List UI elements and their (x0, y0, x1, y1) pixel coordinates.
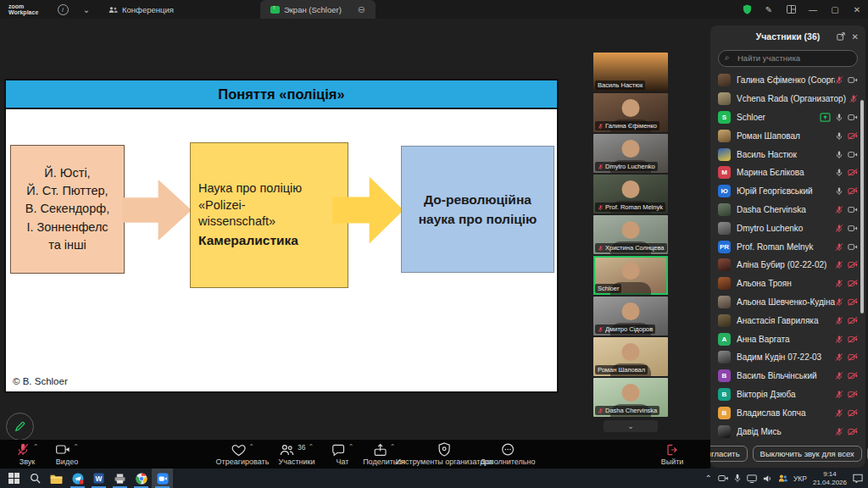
video-button[interactable]: ⌃Видео (55, 442, 79, 466)
participant-row[interactable]: ВВасиль Вільчінський (710, 367, 865, 385)
tray-language-indicator[interactable]: УКР (793, 474, 807, 483)
annotate-pencil-icon[interactable]: ✎ (758, 5, 780, 14)
participant-avatar (718, 425, 731, 438)
layout-view-icon[interactable] (780, 5, 802, 14)
video-tile[interactable]: Dasha Chervinska (593, 378, 668, 417)
participant-row[interactable]: PRProf. Roman Melnyk (710, 237, 865, 256)
participant-avatar (718, 74, 731, 86)
security-shield-icon[interactable] (736, 4, 758, 14)
tab-options-icon[interactable]: ⊖ (358, 4, 365, 15)
participant-name: Вадим Кудін 07-22-03 (737, 352, 835, 362)
close-button[interactable]: ✕ (846, 5, 868, 14)
video-tile[interactable]: Роман Шаповал (593, 337, 668, 376)
chat-button[interactable]: ⌃Чат (331, 442, 354, 466)
participant-face (622, 384, 640, 402)
taskbar-app-chrome[interactable] (131, 469, 152, 488)
svg-text:W: W (96, 474, 103, 483)
participant-row[interactable]: Вадим Кудін 07-22-03 (710, 348, 865, 367)
participant-row[interactable]: ВВладислав Копча (710, 403, 865, 422)
participant-avatar (718, 296, 731, 308)
participant-avatar: S (718, 111, 731, 124)
taskbar-app-search[interactable] (25, 469, 46, 488)
video-tile[interactable]: Дмитро Сідоров (593, 297, 668, 336)
annotation-tool-button[interactable] (6, 413, 34, 441)
tray-people-color-icon[interactable] (778, 474, 787, 483)
tray-speaker-icon[interactable] (763, 474, 772, 483)
mute-all-button[interactable]: Выключить звук для всех (753, 446, 862, 462)
taskbar-app-zoom[interactable] (152, 469, 173, 488)
chevron-up-icon[interactable]: ⌃ (390, 443, 396, 451)
popout-icon[interactable] (837, 32, 845, 42)
chevron-up-icon[interactable]: ⌃ (308, 443, 314, 451)
chat-icon (331, 443, 346, 457)
participant-row[interactable]: Альона Троян (710, 274, 865, 293)
camera-off-icon (848, 428, 858, 435)
tab-meeting[interactable]: Конференция (98, 0, 184, 19)
tray-camera-icon[interactable] (718, 474, 728, 482)
participant-row[interactable]: ВВікторія Дзюба (710, 385, 865, 404)
toolbar-item-label: Отреагировать (216, 458, 270, 466)
video-tile[interactable]: Schloer (593, 256, 668, 295)
taskbar-app-start[interactable] (3, 469, 25, 488)
participants-button[interactable]: 36⌃Участники (279, 442, 315, 466)
participant-row[interactable]: Василь Настюк (710, 145, 865, 164)
camera-off-icon (848, 353, 858, 361)
toolbar-item-label: Видео (56, 458, 78, 466)
taskbar-app-telegram[interactable] (67, 469, 88, 488)
participant-row[interactable] (710, 441, 865, 442)
tab-screen-share[interactable]: Экран (Schloer) ⊖ (260, 0, 376, 19)
participant-row[interactable]: Альона Шевченко-Кудіна (710, 293, 865, 312)
participant-row[interactable]: Dasha Chervinska (710, 201, 865, 219)
participant-row[interactable]: Аліна Бубир (02-22-02) (710, 256, 865, 274)
slide-science-bold: Камералистика (198, 232, 340, 250)
info-icon[interactable]: i (56, 3, 70, 16)
taskbar-apps: W (3, 469, 173, 488)
participant-row[interactable]: Роман Шаповал (710, 126, 865, 145)
participant-name: Давід Мись (737, 427, 835, 436)
participant-row[interactable]: Галина Єфіменко (Соорганизатор, я) (710, 71, 865, 90)
maximize-button[interactable]: ▢ (824, 5, 846, 14)
participant-row[interactable]: SSchloer (710, 108, 865, 127)
shared-screen-slide: Поняття «поліція» Й. Юсті, Й. Ст. Пюттер… (4, 79, 559, 393)
participant-search-input[interactable] (718, 50, 858, 67)
participant-row[interactable]: AАнна Варгата (710, 330, 865, 348)
host-tools-button[interactable]: Инструменты организатора (396, 442, 493, 466)
tray-chevron-up-icon[interactable]: ⌃ (705, 474, 712, 483)
chevron-down-icon[interactable]: ⌄ (80, 3, 93, 16)
participant-row[interactable]: Dmytro Luchenko (710, 219, 865, 237)
tab-meeting-label: Конференция (122, 5, 174, 14)
react-button[interactable]: ⌃Отреагировать (216, 442, 270, 466)
video-tile[interactable]: Галина Єфіменко (593, 93, 668, 132)
video-tile[interactable]: Prof. Roman Melnyk (593, 175, 668, 214)
participant-row[interactable]: Анастасія Гавриляка (710, 311, 865, 330)
chevron-up-icon[interactable]: ⌃ (248, 443, 254, 451)
search-icon: ⌕ (725, 53, 730, 63)
tab-screen-label: Экран (Schloer) (284, 5, 342, 14)
taskbar-app-word[interactable]: W (88, 469, 109, 488)
close-panel-icon[interactable]: ✕ (852, 32, 859, 42)
chevron-up-icon[interactable]: ⌃ (33, 443, 39, 451)
participant-row[interactable]: Давід Мись (710, 422, 865, 441)
minimize-button[interactable]: — (802, 5, 824, 14)
video-tile[interactable]: Василь Настюк (593, 53, 668, 92)
video-tile[interactable]: Христина Солнцева (593, 215, 668, 254)
chevron-up-icon[interactable]: ⌃ (73, 443, 79, 451)
taskbar-app-explorer[interactable] (46, 469, 67, 488)
participant-name: Юрій Георгієвський (737, 186, 835, 196)
panel-scrollbar[interactable] (860, 100, 864, 313)
mic-muted-icon (598, 245, 604, 252)
participant-row[interactable]: Vchena Rada (Организатор) (710, 90, 865, 108)
audio-button[interactable]: ⌃Звук (16, 442, 39, 466)
participant-row[interactable]: ЮЮрій Георгієвський (710, 182, 865, 201)
tray-mic-icon[interactable] (734, 474, 741, 483)
tray-display-icon[interactable] (747, 474, 757, 483)
more-button[interactable]: Дополнительно (481, 442, 536, 466)
leave-button[interactable]: Выйти (661, 442, 684, 466)
tray-notification-icon[interactable] (853, 474, 863, 483)
video-tile[interactable]: Dmytro Luchenko (593, 134, 668, 173)
tray-clock[interactable]: 9:1421.04.2026 (813, 470, 847, 487)
strip-collapse-button[interactable]: ⌄ (604, 420, 658, 432)
participant-row[interactable]: MМарина Бєлікова (710, 164, 865, 182)
chevron-up-icon[interactable]: ⌃ (348, 443, 354, 451)
taskbar-app-printer[interactable] (109, 469, 131, 488)
